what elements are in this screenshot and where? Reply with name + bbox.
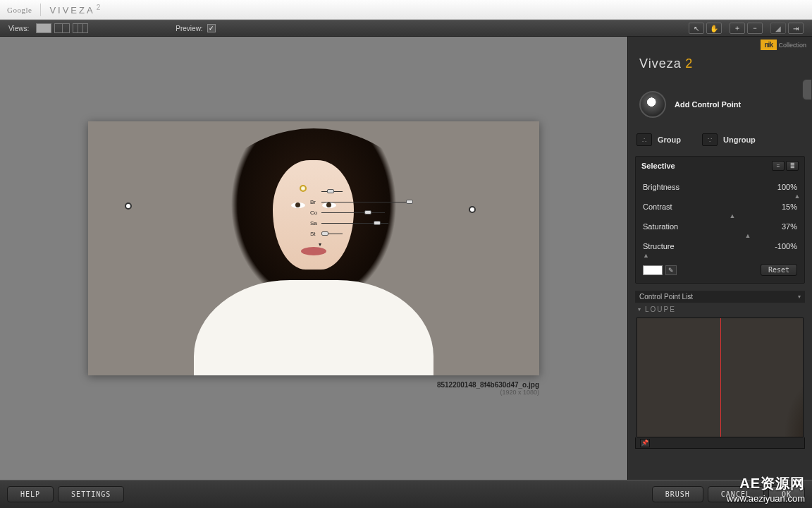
settings-button[interactable]: SETTINGS (58, 486, 124, 502)
selective-title: Selective (641, 162, 675, 170)
slider-value: -100% (775, 242, 797, 250)
top-toolbar: Views: Preview: ✓ ↖ ✋ ＋ － ◢ ⇥ (0, 20, 812, 37)
loupe-footer: 📌 (635, 437, 805, 449)
slider-name: Brightness (643, 183, 679, 191)
image-dimensions: (1920 x 1080) (88, 389, 539, 396)
slider-structure-track[interactable]: ▲ (643, 253, 797, 255)
slider-contrast[interactable]: Contrast 15% (643, 199, 797, 211)
right-sidebar: nik Collection Viveza 2 Add Control Poin… (627, 37, 812, 480)
loupe-label: LOUPE (645, 306, 676, 313)
canvas-area[interactable]: Br Co Sa St ▾ 8512200148_8f4b630d47_o.jp… (0, 37, 627, 480)
main-area: Br Co Sa St ▾ 8512200148_8f4b630d47_o.jp… (0, 37, 812, 480)
cp-sa-row[interactable]: Sa (310, 218, 406, 229)
loupe-split-line[interactable] (720, 318, 721, 437)
photo-preview[interactable]: Br Co Sa St ▾ (88, 121, 539, 375)
panel-toggle-icon[interactable]: ⇥ (788, 23, 804, 34)
nik-label: Collection (778, 42, 806, 49)
cancel-button[interactable]: CANCEL (708, 486, 764, 502)
pan-tool-icon[interactable]: ✋ (706, 23, 722, 34)
color-swatch[interactable] (643, 265, 663, 275)
control-point-2[interactable] (125, 202, 132, 210)
app-name: VIVEZA2 (49, 4, 102, 16)
zoom-out-icon[interactable]: － (747, 23, 763, 34)
sliders-list: Brightness 100% ▲ Contrast 15% ▲ Saturat… (636, 175, 804, 283)
photo-eye-left (291, 202, 305, 208)
chevron-down-icon: ▾ (798, 294, 801, 300)
app-version: 2 (97, 4, 103, 11)
loupe-preview[interactable] (636, 318, 804, 437)
brush-button[interactable]: BRUSH (652, 486, 703, 502)
group-row: ∴ Group ∵ Ungroup (635, 129, 805, 156)
control-point-sliders: Br Co Sa St ▾ (310, 186, 406, 250)
views-label: Views: (8, 25, 29, 32)
sidebar-collapse-handle[interactable] (802, 79, 812, 100)
selective-panel: Selective ≡ ≣ Brightness 100% ▲ Contrast… (635, 156, 805, 284)
reset-button[interactable]: Reset (761, 264, 797, 276)
background-tool-icon[interactable]: ◢ (770, 23, 786, 34)
slider-contrast-track[interactable]: ▲ (643, 214, 797, 216)
ungroup-label[interactable]: Ungroup (723, 135, 756, 144)
preview-checkbox[interactable]: ✓ (207, 24, 216, 32)
loupe-hair (736, 325, 804, 437)
add-control-point-row: Add Control Point (635, 85, 805, 129)
app-name-text: VIVEZA (49, 5, 94, 16)
google-logo: Google (7, 6, 32, 14)
nik-logo-icon: nik (761, 40, 777, 50)
slider-structure[interactable]: Structure -100% (643, 238, 797, 250)
help-button[interactable]: HELP (7, 486, 54, 502)
expand-more-icon[interactable]: ≣ (786, 161, 799, 171)
selective-panel-header: Selective ≡ ≣ (636, 157, 804, 175)
image-metadata: 8512200148_8f4b630d47_o.jpg (1920 x 1080… (88, 381, 539, 396)
slider-saturation[interactable]: Saturation 37% (643, 219, 797, 231)
control-point-list-header[interactable]: Control Point List ▾ (635, 291, 805, 303)
sidebar-title-version: 2 (685, 56, 693, 71)
nik-collection-badge: nik Collection (761, 41, 807, 49)
slider-saturation-track[interactable]: ▲ (643, 234, 797, 236)
slider-value: 15% (782, 202, 797, 211)
bottom-bar: HELP SETTINGS BRUSH CANCEL OK (0, 480, 812, 508)
image-filename: 8512200148_8f4b630d47_o.jpg (88, 381, 539, 389)
expand-less-icon[interactable]: ≡ (772, 161, 785, 171)
slider-brightness-track[interactable]: ▲ (643, 194, 797, 196)
slider-name: Contrast (643, 202, 672, 211)
cp-br-row[interactable]: Br (310, 197, 406, 207)
select-tool-icon[interactable]: ↖ (689, 23, 704, 34)
chevron-down-icon: ▾ (638, 306, 642, 313)
slider-brightness[interactable]: Brightness 100% (643, 179, 797, 191)
sidebar-scroll: Add Control Point ∴ Group ∵ Ungroup Sele… (628, 78, 812, 480)
add-control-point-label[interactable]: Add Control Point (675, 100, 741, 109)
ok-button[interactable]: OK (768, 486, 805, 502)
zoom-in-icon[interactable]: ＋ (730, 23, 745, 34)
view-single-button[interactable] (36, 23, 51, 33)
title-divider (40, 4, 41, 16)
eyedropper-icon[interactable]: ✎ (665, 265, 677, 275)
group-icon[interactable]: ∴ (636, 133, 652, 146)
cpl-label: Control Point List (639, 293, 693, 301)
group-label[interactable]: Group (658, 135, 681, 144)
slider-name: Saturation (643, 222, 678, 231)
slider-value: 37% (782, 222, 797, 231)
cp-size-row[interactable] (310, 186, 406, 197)
add-control-point-icon[interactable] (639, 91, 666, 118)
title-bar: Google VIVEZA2 (0, 0, 812, 20)
sidebar-title-text: Viveza (639, 56, 682, 71)
ungroup-icon[interactable]: ∵ (702, 133, 718, 146)
loupe-pin-icon[interactable]: 📌 (640, 439, 650, 447)
slider-value: 100% (777, 183, 797, 191)
view-split-button[interactable] (54, 23, 70, 33)
view-side-button[interactable] (73, 23, 88, 33)
color-swatch-row: ✎ Reset (643, 258, 797, 276)
control-point-active[interactable] (300, 185, 307, 192)
cp-st-row[interactable]: St (310, 229, 406, 239)
loupe-header[interactable]: ▾ LOUPE (635, 303, 805, 316)
control-point-3[interactable] (469, 206, 476, 213)
cp-expand-arrow[interactable]: ▾ (310, 239, 406, 250)
cp-co-row[interactable]: Co (310, 207, 406, 218)
slider-name: Structure (643, 242, 675, 250)
preview-label: Preview: (176, 25, 202, 32)
